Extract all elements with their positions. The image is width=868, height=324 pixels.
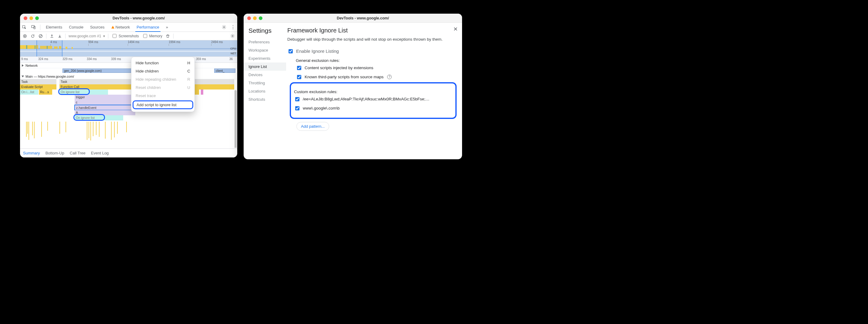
warning-icon bbox=[111, 26, 114, 29]
svg-rect-30 bbox=[89, 122, 89, 138]
svg-rect-28 bbox=[65, 122, 66, 132]
overview-minimap[interactable]: 4 ms 994 ms 1494 ms 1994 ms 2494 ms CPU … bbox=[20, 40, 237, 57]
network-request-bar[interactable]: gen_204 (www.google.com) bbox=[62, 69, 135, 73]
svg-rect-34 bbox=[99, 122, 99, 137]
close-icon[interactable] bbox=[247, 17, 251, 20]
minimize-icon[interactable] bbox=[253, 17, 257, 20]
opt-content-scripts[interactable]: Content scripts injected by extensions bbox=[296, 64, 457, 72]
svg-rect-27 bbox=[59, 122, 60, 134]
tab-summary[interactable]: Summary bbox=[23, 151, 40, 155]
ctx-hide-children[interactable]: Hide childrenC bbox=[131, 67, 194, 75]
custom-rule-item[interactable]: www\.google\.com\b bbox=[294, 104, 451, 112]
tab-elements[interactable]: Elements bbox=[44, 23, 63, 32]
sidebar-item-throttling[interactable]: Throttling bbox=[248, 79, 286, 87]
net-label: NET bbox=[230, 52, 236, 55]
kebab-icon[interactable]: ⋮ bbox=[230, 25, 236, 30]
sidebar-item-ignore-list[interactable]: Ignore List bbox=[244, 63, 286, 71]
flame-bar[interactable] bbox=[195, 90, 199, 95]
devtools-performance-window: DevTools - www.google.com/ Elements Cons… bbox=[20, 14, 237, 157]
network-request-bar[interactable]: client_ bbox=[214, 69, 236, 73]
window-title: DevTools - www.google.com/ bbox=[44, 16, 234, 20]
custom-rule-item[interactable]: /ee=ALeJib:B8gLwd;AfeaP:TkrAjf;Afksuc:wM… bbox=[294, 95, 451, 103]
overview-selection[interactable] bbox=[36, 40, 62, 57]
enable-ignore-listing-checkbox[interactable]: Enable Ignore Listing bbox=[287, 47, 457, 55]
minimize-icon[interactable] bbox=[29, 17, 33, 20]
sidebar-item-preferences[interactable]: Preferences bbox=[248, 38, 286, 46]
titlebar[interactable]: DevTools - www.google.com/ bbox=[20, 14, 237, 23]
tabs-overflow[interactable]: » bbox=[165, 23, 169, 32]
svg-rect-16 bbox=[26, 45, 27, 49]
device-icon[interactable] bbox=[31, 25, 36, 30]
add-pattern-button[interactable]: Add pattern... bbox=[297, 122, 329, 131]
inspect-icon[interactable] bbox=[22, 25, 27, 30]
scrollbar[interactable] bbox=[235, 90, 237, 148]
help-icon[interactable]: ? bbox=[387, 75, 392, 79]
svg-line-7 bbox=[39, 35, 42, 37]
download-icon[interactable] bbox=[57, 34, 62, 38]
tab-event-log[interactable]: Event Log bbox=[91, 151, 109, 155]
svg-rect-39 bbox=[126, 122, 127, 132]
sidebar-item-devices[interactable]: Devices bbox=[248, 71, 286, 79]
titlebar[interactable]: DevTools - www.google.com/ bbox=[244, 14, 462, 23]
sidebar-item-shortcuts[interactable]: Shortcuts bbox=[248, 95, 286, 103]
time-ruler: 9 ms 324 ms 329 ms 334 ms 339 ms 359 ms … bbox=[20, 57, 237, 63]
memory-checkbox[interactable]: Memory bbox=[142, 33, 162, 39]
tab-bottom-up[interactable]: Bottom-Up bbox=[45, 151, 64, 155]
svg-rect-25 bbox=[41, 122, 42, 137]
tab-network[interactable]: Network bbox=[110, 23, 131, 32]
close-settings-icon[interactable]: ✕ bbox=[453, 26, 458, 32]
flame-run[interactable]: Ru…s bbox=[39, 90, 52, 95]
sidebar-item-locations[interactable]: Locations bbox=[248, 87, 286, 95]
ctx-hide-function[interactable]: Hide functionH bbox=[131, 59, 194, 67]
tab-call-tree[interactable]: Call Tree bbox=[70, 151, 86, 155]
close-icon[interactable] bbox=[24, 17, 27, 20]
capture-settings-gear-icon[interactable] bbox=[230, 34, 235, 38]
flame-bar[interactable] bbox=[201, 90, 203, 95]
svg-rect-38 bbox=[117, 122, 118, 134]
details-tabs: Summary Bottom-Up Call Tree Event Log bbox=[20, 148, 237, 157]
network-track-header[interactable]: Network bbox=[20, 63, 237, 68]
tab-console[interactable]: Console bbox=[68, 23, 85, 32]
flame-evaluate-script[interactable]: Evaluate Script bbox=[20, 84, 56, 90]
main-track-header[interactable]: Main — https://www.google.com/ bbox=[20, 74, 237, 79]
sidebar-item-experiments[interactable]: Experiments bbox=[248, 54, 286, 63]
panel-tabs: Elements Console Sources Network Perform… bbox=[20, 23, 237, 32]
ctx-reset-trace: Reset trace bbox=[131, 92, 194, 100]
flame-a[interactable]: A bbox=[74, 110, 135, 115]
ctx-reset-children: Reset childrenU bbox=[131, 84, 194, 92]
opt-third-party-scripts[interactable]: Known third-party scripts from source ma… bbox=[296, 73, 457, 81]
window-title: DevTools - www.google.com/ bbox=[267, 16, 458, 20]
zoom-icon[interactable] bbox=[35, 17, 39, 20]
zoom-icon[interactable] bbox=[259, 17, 262, 20]
tab-sources[interactable]: Sources bbox=[89, 23, 106, 32]
flame-chart[interactable]: 9 ms 324 ms 329 ms 334 ms 339 ms 359 ms … bbox=[20, 57, 237, 148]
overview-tick: 1994 ms bbox=[169, 40, 180, 44]
flame-ignore-list[interactable]: On ignore list bbox=[59, 90, 108, 95]
flame-ignore-list[interactable]: On ignore list bbox=[74, 115, 123, 121]
flame-task[interactable]: Task bbox=[20, 79, 56, 84]
gc-icon[interactable] bbox=[165, 34, 170, 38]
recording-select[interactable]: www.google.com #1 ▾ bbox=[68, 34, 105, 38]
svg-rect-22 bbox=[29, 122, 29, 140]
clear-icon[interactable] bbox=[38, 34, 43, 38]
ctx-add-to-ignore-list[interactable]: Add script to ignore list bbox=[132, 100, 193, 109]
upload-icon[interactable] bbox=[50, 34, 54, 38]
svg-rect-37 bbox=[114, 122, 115, 137]
devtools-settings-window: DevTools - www.google.com/ Settings Pref… bbox=[244, 14, 462, 159]
gear-icon[interactable] bbox=[221, 25, 226, 30]
general-rules-heading: General exclusion rules: bbox=[296, 58, 457, 63]
reload-record-icon[interactable] bbox=[30, 34, 35, 38]
sidebar-item-workspace[interactable]: Workspace bbox=[248, 46, 286, 54]
page-description: Debugger will skip through the scripts a… bbox=[287, 36, 445, 42]
svg-rect-26 bbox=[47, 122, 48, 131]
svg-rect-29 bbox=[87, 122, 87, 140]
svg-rect-20 bbox=[26, 122, 27, 137]
tab-performance[interactable]: Performance bbox=[135, 23, 160, 32]
screenshots-checkbox[interactable]: Screenshots bbox=[111, 33, 139, 39]
flame-ignore-list[interactable]: On i…list bbox=[20, 90, 38, 95]
overview-tick: 2494 ms bbox=[211, 40, 223, 44]
svg-rect-33 bbox=[96, 122, 96, 135]
settings-heading: Settings bbox=[248, 27, 286, 34]
svg-rect-31 bbox=[90, 122, 91, 140]
record-icon[interactable] bbox=[23, 34, 27, 38]
